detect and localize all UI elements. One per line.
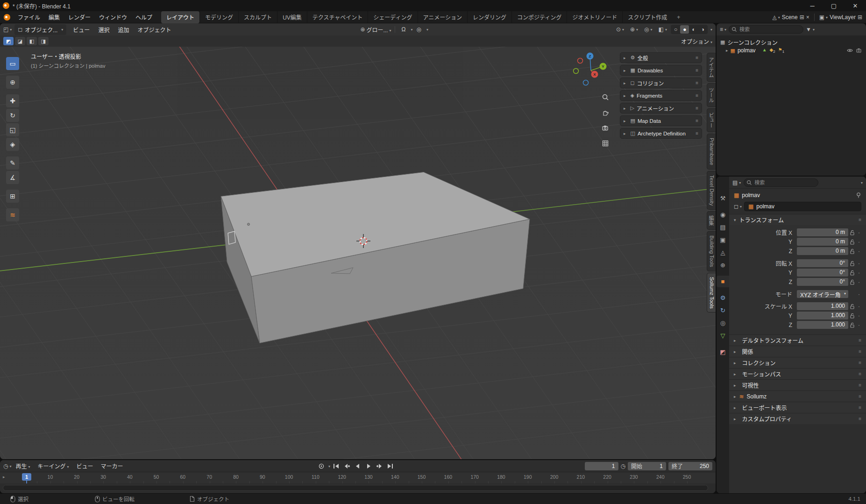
drag-handle-icon[interactable]: ≡ [696,118,698,123]
shading-wireframe[interactable]: ○ [671,25,680,34]
props-tab-object[interactable]: ■ [717,276,729,287]
props-tab-modifiers[interactable]: ⚙ [717,292,729,304]
tab-view[interactable]: ビュー [707,108,716,132]
zoom-icon[interactable] [601,92,610,102]
drag-handle-icon[interactable]: ≡ [696,106,698,111]
drag-handle-icon[interactable]: ≡ [696,68,698,73]
proportional-dropdown[interactable] [425,26,428,33]
select-mode-subtract[interactable]: ◧ [27,37,37,45]
value-field[interactable]: 0 m [797,238,848,246]
panel-animation[interactable]: ▷ アニメーション ≡ [620,103,702,114]
tool-scale[interactable]: ◱ [6,123,19,136]
tab-pribambase[interactable]: Pribambase [707,134,716,170]
tab-sollumz-tools[interactable]: Sollumz Tools [707,273,716,313]
overlays-dropdown[interactable]: ◎ [642,25,655,34]
props-tab-constraints[interactable]: ◎ [717,317,729,329]
tab-texel-density[interactable]: Texel Density [707,171,716,210]
properties-search-input[interactable] [744,178,818,187]
tool-cursor[interactable]: ⊕ [6,76,19,89]
rotation-mode-dropdown[interactable]: XYZ オイラー角 [797,290,848,298]
mode-dropdown[interactable]: ◻ オブジェク... [14,24,66,35]
scene-browse-icon[interactable]: ◬ [772,14,780,20]
select-mode-new[interactable]: ◩ [3,37,14,45]
props-tab-tool[interactable]: ⚒ [717,192,729,204]
box-mesh[interactable] [221,172,530,343]
outliner-search-input[interactable] [729,25,803,34]
workspace-tab[interactable]: ジオメトリノード [567,11,622,23]
panel-motion-paths[interactable]: モーションパス ≡ [729,368,866,379]
playback-menu[interactable]: 再生 [13,461,34,471]
tab-tool[interactable]: ツール [707,83,716,107]
workspace-tab[interactable]: UV編集 [277,11,307,23]
panel-sollumz[interactable]: ≋ Sollumz ≡ [729,390,866,402]
panel-viewport-display[interactable]: ビューポート表示 ≡ [729,402,866,413]
drag-handle-icon[interactable]: ≡ [696,55,698,60]
animate-dot-icon[interactable]: · [856,279,862,285]
panel-drawables[interactable]: ▦ Drawables ≡ [620,65,702,76]
scene-name[interactable]: Scene [782,14,798,21]
animate-dot-icon[interactable]: · [856,312,862,319]
snap-magnet-icon[interactable]: Ω [399,25,408,34]
animate-dot-icon[interactable]: · [856,260,862,267]
minimize-button[interactable]: ─ [802,0,823,11]
topbar-menu[interactable]: レンダー [64,12,95,22]
add-workspace-button[interactable]: + [672,11,685,23]
maximize-button[interactable]: ▢ [823,0,845,11]
close-button[interactable]: ✕ [845,0,866,11]
transform-orientation-dropdown[interactable]: グロー... [366,26,391,34]
camera-view-icon[interactable] [601,123,610,133]
viewlayer-browse-icon[interactable]: ▣ [819,14,828,20]
value-field[interactable]: 1.000 [797,312,848,319]
lock-icon[interactable] [848,248,856,254]
auto-key-toggle[interactable] [316,462,326,470]
frame-clock-icon[interactable]: ◷ [621,463,625,469]
value-field[interactable]: 1.000 [797,321,848,329]
props-tab-data[interactable]: ▽ [717,330,729,341]
pin-icon[interactable] [856,192,861,199]
tool-add-cube[interactable]: ⊞ [6,190,19,203]
editor-type-timeline-icon[interactable]: ◷ [3,463,12,469]
viewport-menu[interactable]: オブジェクト [134,24,175,35]
playhead[interactable]: 1 [22,473,31,481]
ortho-toggle-icon[interactable] [601,139,610,148]
axis-minus-y[interactable] [574,69,579,74]
timeline-expand-icon[interactable]: ▸ [3,475,5,479]
props-tab-output[interactable]: ▤ [717,221,729,233]
value-field[interactable]: 1.000 [797,302,848,310]
shading-rendered[interactable]: ◑ [698,25,707,34]
animate-dot-icon[interactable]: · [856,248,862,255]
workspace-tab[interactable]: モデリング [199,11,238,23]
workspace-tab[interactable]: テクスチャペイント [307,11,368,23]
viewport-menu[interactable]: ビュー [69,24,93,35]
gizmos-dropdown[interactable]: ⊕ [628,25,640,34]
proportional-edit-icon[interactable]: ◎ [414,25,423,34]
lock-icon[interactable] [848,313,856,319]
viewport-canvas[interactable]: ユーザー・透視投影 (1) シーンコレクション | polmav ▭⊕✚↻◱◈✎… [0,47,716,459]
lock-icon[interactable] [848,270,856,276]
current-frame-field[interactable]: 1 [585,462,618,470]
xray-toggle[interactable]: ◧ [656,25,669,34]
snap-dropdown[interactable] [409,26,412,33]
lock-icon[interactable] [848,239,856,245]
keying-menu[interactable]: キーイング [35,461,72,471]
panel-collision[interactable]: ◻ コリジョン ≡ [620,78,702,88]
tool-transform[interactable]: ◈ [6,138,19,151]
props-tab-material[interactable]: ◩ [717,346,729,358]
props-tab-world[interactable]: ⊕ [717,259,729,271]
lock-icon[interactable] [848,322,856,328]
animate-dot-icon[interactable]: · [856,322,862,328]
tab-building-tools[interactable]: Building Tools [707,231,716,271]
disable-render-camera-icon[interactable] [856,48,862,53]
pan-hand-icon[interactable] [601,108,610,117]
viewport-menu[interactable]: 選択 [94,24,113,35]
frame-start-field[interactable]: 開始1 [628,462,666,470]
animate-dot-icon[interactable]: · [856,239,862,245]
object-row[interactable]: ▦ polmav ▲ ◆2 ⚑1 [718,46,864,55]
topbar-menu[interactable]: 編集 [44,12,64,22]
workspace-tab[interactable]: レイアウト [161,11,199,23]
panel-map-data[interactable]: ▤ Map Data ≡ [620,115,702,126]
editor-type-outliner-icon[interactable]: ≡ [720,27,726,32]
play-button[interactable] [363,462,373,470]
lock-icon[interactable] [848,230,856,235]
tool-rotate[interactable]: ↻ [6,109,19,122]
